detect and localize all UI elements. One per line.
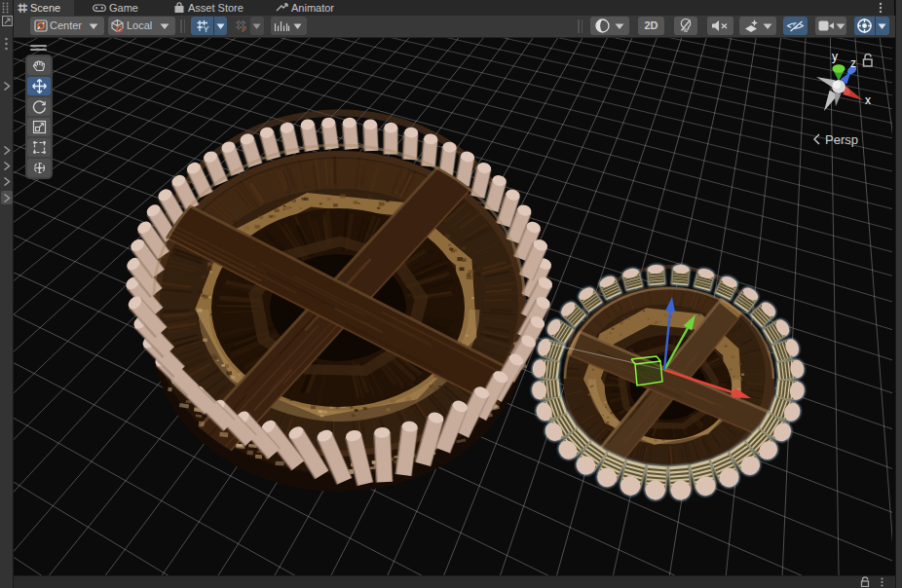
svg-text:Y: Y xyxy=(204,24,209,33)
svg-text:x: x xyxy=(865,93,871,107)
svg-text:z: z xyxy=(850,56,856,70)
svg-text:Persp: Persp xyxy=(825,132,858,147)
svg-text:y: y xyxy=(832,50,838,63)
